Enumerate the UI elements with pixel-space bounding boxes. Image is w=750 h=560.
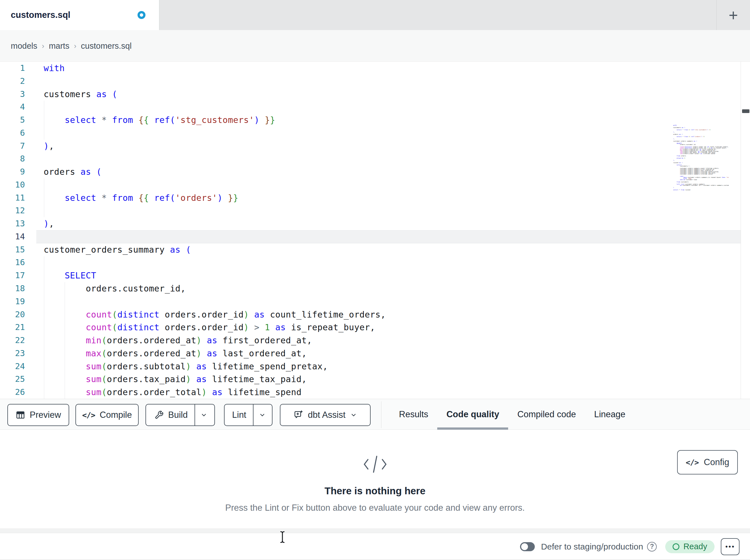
line-number[interactable]: 23 <box>0 347 25 360</box>
line-number[interactable]: 16 <box>0 256 25 269</box>
line-number[interactable]: 22 <box>0 334 25 347</box>
unsaved-changes-dot-icon <box>138 11 145 19</box>
lint-dropdown[interactable] <box>253 405 271 426</box>
breadcrumb-item[interactable]: marts <box>49 41 70 51</box>
new-tab-button[interactable]: + <box>722 0 745 30</box>
lint-main[interactable]: Lint <box>225 405 253 426</box>
code-line[interactable]: 7), <box>0 140 750 153</box>
plus-icon: + <box>729 6 738 24</box>
line-number[interactable]: 1 <box>0 62 25 75</box>
code-line[interactable]: 21 count(distinct orders.order_id) > 1 a… <box>0 321 750 334</box>
line-number[interactable]: 3 <box>0 88 25 101</box>
preview-button[interactable]: Preview <box>7 404 69 426</box>
line-number[interactable]: 9 <box>0 165 25 179</box>
code-text: select * from {{ ref('orders') }} <box>44 191 238 205</box>
breadcrumb-row: models›marts›customers.sql Save <box>0 30 750 62</box>
build-dropdown[interactable] <box>195 405 213 426</box>
line-number[interactable]: 5 <box>0 113 25 127</box>
code-line[interactable]: 20 count(distinct orders.order_id) as co… <box>0 308 750 321</box>
code-line[interactable]: 12 <box>0 204 750 217</box>
config-label: Config <box>704 457 729 468</box>
line-number[interactable]: 12 <box>0 204 25 217</box>
tab-results[interactable]: Results <box>390 399 437 430</box>
line-number[interactable]: 10 <box>0 179 25 191</box>
line-number[interactable]: 7 <box>0 140 25 153</box>
status-badge[interactable]: Ready <box>665 540 714 553</box>
breadcrumb-item[interactable]: models <box>11 41 37 51</box>
code-line[interactable]: 9orders as ( <box>0 165 750 179</box>
code-line[interactable]: 8 <box>0 152 750 165</box>
tab-lineage[interactable]: Lineage <box>585 399 634 430</box>
wrench-icon <box>155 411 164 419</box>
line-number[interactable]: 8 <box>0 152 25 165</box>
line-number[interactable]: 14 <box>0 230 25 243</box>
toggle-knob <box>521 543 528 550</box>
code-line[interactable]: 17 SELECT <box>0 269 750 282</box>
build-main[interactable]: Build <box>148 405 195 426</box>
toolbar-tabs-divider <box>381 401 381 428</box>
code-lines: 1with23customers as (45 select * from {{… <box>0 62 750 399</box>
code-text: count(distinct orders.order_id) as count… <box>44 308 386 321</box>
code-line[interactable]: 6 <box>0 127 750 140</box>
code-line[interactable]: 26 sum(orders.order_total) as lifetime_s… <box>0 386 750 399</box>
line-number[interactable]: 21 <box>0 321 25 334</box>
dbt-assist-button[interactable]: dbt Assist <box>280 404 371 426</box>
code-icon: </> <box>82 411 95 419</box>
line-number[interactable]: 19 <box>0 295 25 308</box>
line-number[interactable]: 25 <box>0 373 25 386</box>
more-options-button[interactable]: ••• <box>721 538 739 555</box>
code-text: with <box>44 62 65 75</box>
action-toolbar: Preview </> Compile Build Lint <box>0 399 750 430</box>
help-icon[interactable]: ? <box>647 542 657 552</box>
line-number[interactable]: 2 <box>0 75 25 88</box>
defer-toggle[interactable] <box>520 542 535 551</box>
code-line[interactable]: 22 min(orders.ordered_at) as first_order… <box>0 334 750 347</box>
code-line[interactable]: 11 select * from {{ ref('orders') }} <box>0 191 750 205</box>
code-line[interactable]: 14 <box>0 230 750 243</box>
code-text: SELECT <box>44 269 96 282</box>
line-number[interactable]: 18 <box>0 282 25 295</box>
config-button[interactable]: </> Config <box>677 450 738 474</box>
code-text: count(distinct orders.order_id) > 1 as i… <box>44 321 375 334</box>
tab-compiled-code[interactable]: Compiled code <box>508 399 585 430</box>
code-quality-panel: There is nothing here Press the Lint or … <box>0 430 750 528</box>
line-number[interactable]: 17 <box>0 269 25 282</box>
line-number[interactable]: 24 <box>0 360 25 373</box>
code-line[interactable]: 3customers as ( <box>0 88 750 101</box>
line-number[interactable]: 15 <box>0 243 25 256</box>
breadcrumb-item[interactable]: customers.sql <box>81 41 132 51</box>
code-line[interactable]: 19 <box>0 295 750 308</box>
line-number[interactable]: 26 <box>0 386 25 399</box>
build-button[interactable]: Build <box>145 404 215 426</box>
tab-bar-divider <box>716 0 716 30</box>
code-line[interactable]: 25 sum(orders.tax_paid) as lifetime_tax_… <box>0 373 750 386</box>
code-line[interactable]: 13), <box>0 217 750 230</box>
code-line[interactable]: 16 <box>0 256 750 269</box>
code-line[interactable]: 18 orders.customer_id, <box>0 282 750 295</box>
line-number[interactable]: 6 <box>0 127 25 140</box>
line-number[interactable]: 20 <box>0 308 25 321</box>
code-line[interactable]: 5 select * from {{ ref('stg_customers') … <box>0 113 750 127</box>
code-editor[interactable]: 1with23customers as (45 select * from {{… <box>0 62 750 399</box>
empty-state-title: There is nothing here <box>0 485 750 497</box>
code-line[interactable]: 10 <box>0 179 750 191</box>
code-line[interactable]: 15customer_orders_summary as ( <box>0 243 750 256</box>
tab-customers-sql[interactable]: customers.sql <box>0 0 159 30</box>
compile-label: Compile <box>100 410 132 420</box>
code-line[interactable]: 1with <box>0 62 750 75</box>
compile-button[interactable]: </> Compile <box>75 404 139 426</box>
tab-code-quality[interactable]: Code quality <box>437 399 508 430</box>
code-line[interactable]: 4 <box>0 101 750 113</box>
line-number[interactable]: 11 <box>0 191 25 205</box>
lint-button[interactable]: Lint <box>224 404 273 426</box>
code-text: sum(orders.subtotal) as lifetime_spend_p… <box>44 360 328 373</box>
tab-title: customers.sql <box>11 10 70 20</box>
code-text: ), <box>44 217 54 230</box>
code-line[interactable]: 24 sum(orders.subtotal) as lifetime_spen… <box>0 360 750 373</box>
chevron-down-icon <box>350 411 357 419</box>
line-number[interactable]: 13 <box>0 217 25 230</box>
code-line[interactable]: 23 max(orders.ordered_at) as last_ordere… <box>0 347 750 360</box>
code-line[interactable]: 2 <box>0 75 750 88</box>
line-number[interactable]: 4 <box>0 101 25 113</box>
ready-label: Ready <box>683 542 707 551</box>
